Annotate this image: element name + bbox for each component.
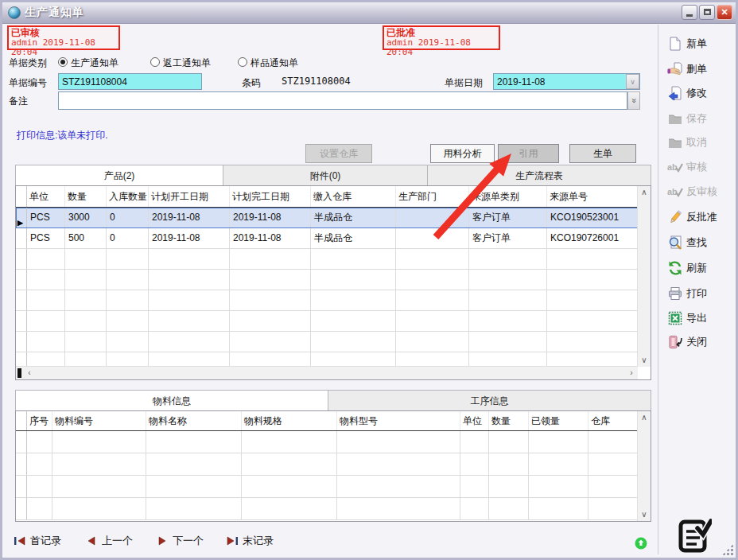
- toolbar-reverse-audit: ab 反审核: [667, 182, 737, 201]
- notepad-check-icon: [677, 515, 712, 554]
- svg-text:ab: ab: [667, 187, 678, 196]
- material-table-header: 序号 物料编号 物料名称 物料规格 物料型号 单位 数量 已领量 仓库: [16, 411, 638, 431]
- column-header: 入库数量: [107, 186, 149, 207]
- table-row-empty: [16, 453, 638, 476]
- nav-label: 下一个: [173, 534, 204, 548]
- close-button[interactable]: ✕: [717, 5, 732, 20]
- toolbar-separator: [658, 25, 659, 554]
- table-row-selected[interactable]: ▶ PCS 3000 0 2019-11-08 2019-11-08 半成品仓 …: [16, 208, 638, 228]
- window-title: 生产通知单: [25, 6, 84, 20]
- reference-button[interactable]: 引用: [498, 144, 559, 163]
- audited-stamp-meta: admin 2019-11-08 20:04: [11, 38, 116, 57]
- material-analysis-button[interactable]: 用料分析: [430, 144, 495, 163]
- column-header: 物料编号: [52, 411, 146, 430]
- scroll-up-icon[interactable]: ∧: [638, 411, 651, 424]
- audit-icon: ab: [667, 159, 683, 175]
- column-header: 单位: [460, 411, 489, 430]
- table-row-empty: [16, 431, 638, 453]
- column-header: 已领量: [529, 411, 588, 430]
- minimize-button[interactable]: [682, 5, 697, 20]
- toolbar-reverse-approve[interactable]: 反批准: [667, 208, 737, 227]
- toolbar-close-window[interactable]: 关闭: [667, 332, 737, 352]
- scroll-left-icon[interactable]: ‹: [23, 367, 36, 379]
- nav-label: 上一个: [102, 534, 133, 548]
- last-record-icon: [226, 536, 239, 546]
- table-row[interactable]: PCS 500 0 2019-11-08 2019-11-08 半成品仓 客户订…: [16, 228, 638, 249]
- radio-production-notice[interactable]: [58, 57, 68, 67]
- refresh-icon: [667, 260, 683, 276]
- app-globe-icon: [8, 6, 21, 19]
- product-table-vscrollbar[interactable]: ∧ ∨: [637, 186, 651, 367]
- toolbar-find[interactable]: 查找: [667, 233, 737, 252]
- nav-label: 首记录: [30, 534, 61, 548]
- toolbar-print[interactable]: 打印: [667, 284, 737, 303]
- date-dropdown-icon[interactable]: ∨: [626, 74, 639, 89]
- radio-sample-notice[interactable]: [238, 57, 247, 67]
- radio-rework-notice-label[interactable]: 返工通知单: [163, 56, 211, 70]
- doc-type-label: 单据类别: [9, 56, 47, 70]
- column-header: 序号: [27, 411, 52, 430]
- toolbar-new-order[interactable]: 新单: [667, 34, 737, 53]
- scroll-right-icon[interactable]: ›: [625, 367, 638, 379]
- column-header: 缴入仓库: [311, 186, 396, 207]
- exit-door-icon: [667, 334, 683, 350]
- minimize-icon: [686, 14, 693, 17]
- nav-previous[interactable]: 上一个: [85, 533, 133, 549]
- product-tabstrip: 产品(2) 附件(0) 生产流程表: [15, 165, 651, 186]
- tab-attachments[interactable]: 附件(0): [223, 165, 428, 186]
- doc-no-label: 单据编号: [9, 76, 47, 90]
- product-table-hscrollbar[interactable]: ‹ ›: [16, 366, 638, 379]
- set-warehouse-button: 设置仓库: [305, 144, 372, 163]
- resize-grip[interactable]: [722, 544, 733, 555]
- column-header: 单位: [27, 186, 65, 207]
- doc-no-input[interactable]: [58, 73, 202, 90]
- material-table: 序号 物料编号 物料名称 物料规格 物料型号 单位 数量 已领量 仓库 ∧ ∨: [15, 410, 651, 522]
- scroll-up-icon[interactable]: ∧: [638, 186, 651, 199]
- cancel-icon: [667, 134, 683, 150]
- nav-first-record[interactable]: 首记录: [14, 533, 61, 549]
- tab-production-flow[interactable]: 生产流程表: [428, 165, 651, 186]
- toolbar-delete-order[interactable]: 删单: [667, 60, 737, 79]
- doc-date-input[interactable]: [493, 73, 640, 90]
- tab-products[interactable]: 产品(2): [15, 165, 223, 186]
- remark-expand-button[interactable]: »: [627, 91, 640, 110]
- radio-rework-notice[interactable]: [150, 57, 160, 67]
- table-row-empty: [16, 311, 638, 332]
- nav-last-record[interactable]: 末记录: [226, 533, 274, 549]
- status-green-icon: [635, 537, 647, 550]
- doc-date-label: 单据日期: [445, 76, 483, 90]
- column-header: 生产部门: [396, 186, 469, 207]
- table-row-empty: [16, 290, 638, 311]
- maximize-button[interactable]: [699, 5, 715, 20]
- radio-production-notice-label[interactable]: 生产通知单: [71, 56, 118, 70]
- table-row-empty: [16, 249, 638, 270]
- tab-process-info[interactable]: 工序信息: [328, 390, 651, 411]
- table-row-empty: [16, 270, 638, 290]
- material-table-vscrollbar[interactable]: ∧ ∨: [637, 411, 651, 521]
- product-table-header: 单位 数量 入库数量 计划开工日期 计划完工日期 缴入仓库 生产部门 来源单类别…: [16, 186, 638, 208]
- print-info-text: 打印信息:该单未打印.: [17, 129, 108, 142]
- column-header: 数量: [65, 186, 107, 207]
- column-header: 物料型号: [337, 411, 460, 430]
- tab-material-info[interactable]: 物料信息: [15, 390, 328, 411]
- radio-sample-notice-label[interactable]: 样品通知单: [251, 56, 298, 70]
- column-header: 数量: [489, 411, 529, 430]
- reverse-audit-icon: ab: [667, 184, 683, 200]
- pencil-icon: [667, 209, 683, 225]
- detail-tabstrip: 物料信息 工序信息: [15, 390, 651, 411]
- remark-label: 备注: [9, 95, 28, 108]
- nav-next[interactable]: 下一个: [156, 533, 204, 549]
- remark-input[interactable]: [58, 91, 627, 110]
- toolbar-save: 保存: [667, 109, 737, 128]
- scroll-down-icon[interactable]: ∨: [638, 508, 651, 521]
- toolbar-refresh[interactable]: 刷新: [667, 259, 737, 278]
- column-header: 仓库: [588, 411, 638, 430]
- table-row-empty: [16, 476, 638, 498]
- generate-order-button[interactable]: 生单: [569, 144, 636, 163]
- toolbar-export[interactable]: 导出: [667, 309, 737, 328]
- scroll-down-icon[interactable]: ∨: [638, 354, 651, 367]
- toolbar-modify[interactable]: 修改: [667, 84, 737, 103]
- title-bar[interactable]: 生产通知单 ✕: [2, 2, 736, 24]
- table-row-empty: [16, 498, 638, 520]
- delete-doc-icon: [667, 61, 683, 77]
